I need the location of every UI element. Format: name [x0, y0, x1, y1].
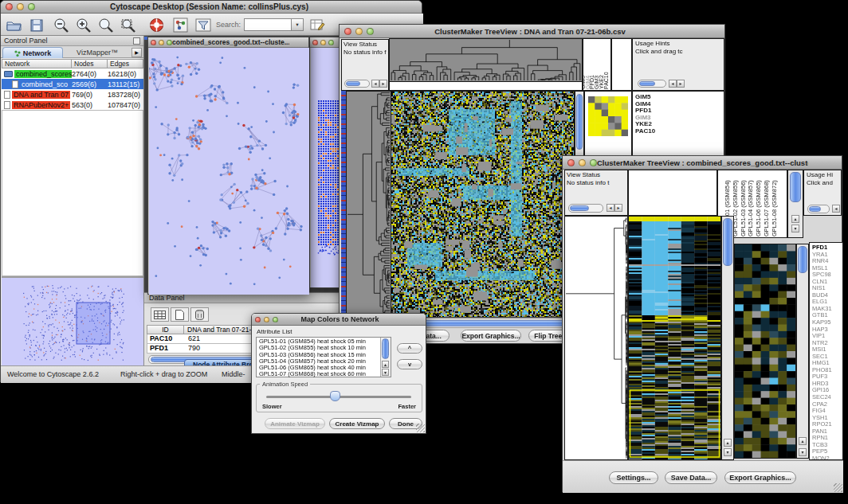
move-down-button[interactable]: v — [397, 359, 422, 369]
close-icon[interactable] — [344, 28, 351, 35]
minimize-icon[interactable] — [320, 40, 326, 45]
dialog-title-bar[interactable]: Map Colors to Network — [252, 314, 426, 326]
scroll-down-icon[interactable]: ▾ — [382, 369, 389, 376]
export-graphics-button[interactable]: Export Graphics... — [724, 471, 796, 484]
new-attribute-icon[interactable] — [171, 307, 189, 322]
zoom-window-icon[interactable] — [590, 159, 597, 166]
zoom-window-icon[interactable] — [273, 317, 278, 322]
scroll-thumb[interactable] — [382, 338, 389, 359]
attribute-table-icon[interactable] — [151, 307, 169, 322]
treeview1-title-bar[interactable]: ClusterMaker TreeView : DNA and Tran 07-… — [340, 25, 724, 38]
export-graphics-button[interactable]: Export Graphics... — [461, 330, 521, 342]
zoom-heatmap-canvas[interactable] — [735, 244, 795, 458]
column-header-nodes[interactable]: Nodes — [72, 59, 108, 68]
heatmap-canvas[interactable] — [629, 217, 720, 459]
scroll-up-icon[interactable]: ▴ — [791, 215, 799, 223]
search-input[interactable] — [244, 18, 292, 31]
tab-network[interactable]: Network — [2, 47, 63, 58]
scroll-thumb[interactable] — [723, 218, 732, 266]
animate-vizmap-button[interactable]: Animate Vizmap — [265, 418, 325, 429]
create-vizmap-button[interactable]: Create Vizmap — [329, 418, 385, 429]
attribute-list-vscrollbar[interactable]: ▴ ▾ — [380, 338, 391, 377]
save-data-button[interactable]: Save Data... — [665, 471, 717, 484]
scroll-thumb[interactable] — [576, 94, 583, 150]
close-icon[interactable] — [255, 317, 261, 322]
scroll-thumb[interactable] — [809, 206, 821, 212]
close-icon[interactable] — [567, 159, 575, 166]
usage-hints-hscrollbar[interactable] — [807, 205, 830, 213]
network1-title-bar[interactable]: combined_scores_good.txt--cluste... — [148, 37, 308, 48]
zoom-window-icon[interactable] — [167, 40, 172, 45]
scroll-left-icon[interactable]: ◂ — [669, 80, 677, 88]
network-table-row[interactable]: combined_scores2764(0)16218(0) — [2, 68, 143, 79]
scroll-thumb[interactable] — [639, 81, 655, 86]
zoom-out-icon[interactable] — [52, 16, 70, 34]
vizmapper-icon[interactable] — [171, 16, 190, 34]
column-dendrogram-canvas[interactable] — [390, 39, 582, 81]
minimize-icon[interactable] — [579, 159, 586, 166]
scroll-thumb[interactable] — [346, 81, 360, 86]
scroll-thumb[interactable] — [798, 246, 807, 273]
tv2-zoom-vscrollbar[interactable]: ▴ ▾ — [796, 244, 809, 459]
scroll-right-icon[interactable]: ▸ — [614, 204, 622, 212]
scroll-up-icon[interactable]: ▴ — [799, 437, 807, 445]
column-header-edges[interactable]: Edges — [108, 59, 143, 68]
minimize-icon[interactable] — [159, 40, 164, 45]
close-icon[interactable] — [312, 40, 318, 45]
scroll-right-icon[interactable]: ▸ — [677, 80, 685, 88]
zoom-in-icon[interactable] — [74, 16, 92, 34]
filter-icon[interactable] — [194, 16, 212, 34]
table-edit-icon[interactable] — [308, 16, 327, 34]
float-panel-icon[interactable] — [133, 37, 140, 45]
zoom-matrix-canvas[interactable] — [588, 96, 628, 136]
zoom-window-icon[interactable] — [367, 28, 374, 35]
data-col-id[interactable]: ID — [147, 325, 184, 334]
scroll-down-icon[interactable]: ▾ — [724, 448, 732, 456]
column-header-network[interactable]: Network — [2, 59, 72, 68]
minimize-icon[interactable] — [355, 28, 363, 35]
main-title-bar[interactable]: Cytoscape Desktop (Session Name: collins… — [1, 1, 422, 14]
resize-grip[interactable] — [834, 483, 842, 492]
row-dendrogram-canvas[interactable] — [565, 217, 627, 459]
scroll-down-icon[interactable]: ▾ — [791, 225, 799, 232]
tv2-collabel-vscrollbar[interactable]: ▴ ▾ — [787, 170, 803, 238]
minimize-icon[interactable] — [17, 3, 24, 10]
resize-grip[interactable] — [416, 424, 425, 432]
speed-slider-thumb[interactable] — [330, 391, 340, 401]
attribute-list-item[interactable]: GPL51-07 (GSM868) heat shock 60 min — [257, 371, 380, 377]
attribute-listbox[interactable]: GPL51-01 (GSM854) heat shock 05 minGPL51… — [256, 337, 391, 377]
network-table-row[interactable]: DNA and Tran 07769(0)183728(0) — [2, 89, 143, 100]
move-up-button[interactable]: ^ — [397, 343, 422, 354]
search-dropdown-icon[interactable]: ▼ — [292, 18, 304, 31]
scroll-up-icon[interactable]: ▴ — [724, 439, 732, 447]
usage-hints-hscrollbar[interactable] — [638, 80, 666, 88]
tab-vizmapper[interactable]: VizMapper™ — [65, 47, 130, 58]
birdseye-view-canvas[interactable] — [2, 279, 143, 365]
zoom-window-icon[interactable] — [328, 40, 334, 45]
scroll-right-icon[interactable]: ▸ — [379, 80, 387, 88]
delete-attribute-icon[interactable] — [190, 307, 209, 322]
tv2-heatmap-vscrollbar[interactable]: ▴ ▾ — [721, 216, 734, 460]
zoom-fit-icon[interactable] — [119, 16, 137, 34]
zoom-selected-icon[interactable] — [96, 16, 115, 34]
scroll-left-icon[interactable]: ◂ — [607, 204, 614, 212]
row-dendrogram-canvas[interactable] — [347, 92, 391, 317]
network-table-row[interactable]: RNAPuberNov2+563(0)107847(0) — [2, 100, 143, 110]
close-icon[interactable] — [6, 3, 13, 10]
scroll-thumb[interactable] — [570, 205, 589, 211]
network-view-canvas[interactable] — [149, 48, 309, 295]
settings-button[interactable]: Settings... — [609, 471, 658, 484]
minimize-icon[interactable] — [264, 317, 269, 322]
treeview2-title-bar[interactable]: ClusterMaker TreeView : combined_scores_… — [563, 156, 842, 170]
save-session-icon[interactable] — [27, 16, 45, 34]
zoom-window-icon[interactable] — [28, 3, 35, 10]
help-lifering-icon[interactable] — [147, 16, 166, 34]
network-table-row[interactable]: combined_sco2569(6)13112(15) — [2, 79, 143, 89]
scroll-thumb[interactable] — [790, 172, 801, 202]
scroll-left-icon[interactable]: ◂ — [832, 205, 840, 213]
close-icon[interactable] — [151, 40, 156, 45]
scroll-left-icon[interactable]: ◂ — [371, 80, 379, 88]
view-status-hscrollbar[interactable] — [344, 80, 370, 88]
heatmap-canvas[interactable] — [391, 92, 574, 317]
scroll-down-icon[interactable]: ▾ — [799, 448, 807, 456]
